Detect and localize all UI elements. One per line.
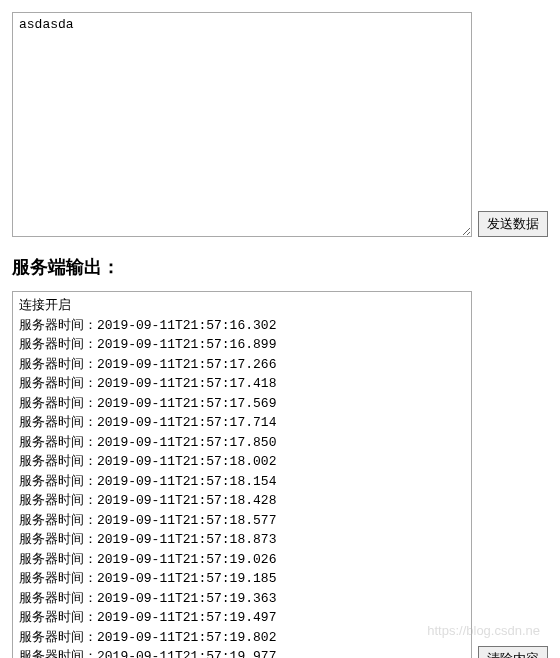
send-button[interactable]: 发送数据 [478, 211, 548, 237]
server-output: 连接开启 服务器时间：2019-09-11T21:57:16.302 服务器时间… [12, 291, 472, 658]
output-heading: 服务端输出： [12, 255, 548, 279]
message-textarea[interactable] [12, 12, 472, 237]
clear-button[interactable]: 清除内容 [478, 646, 548, 659]
